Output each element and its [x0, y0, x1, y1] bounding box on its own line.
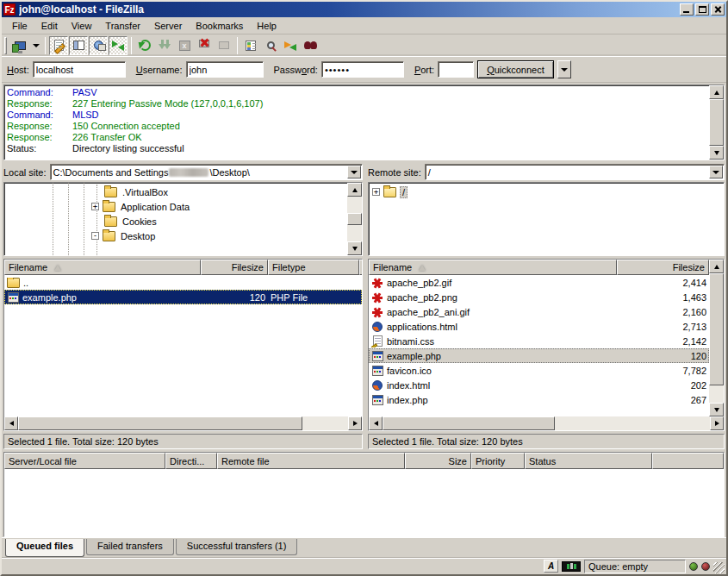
column-filename[interactable]: Filename	[369, 260, 617, 275]
column-filesize[interactable]: Filesize	[617, 260, 709, 275]
username-input[interactable]	[186, 61, 264, 78]
tree-item[interactable]: +Application Data	[4, 199, 347, 214]
scroll-thumb[interactable]	[18, 416, 302, 430]
log-scrollbar[interactable]	[709, 85, 724, 160]
table-row[interactable]: favicon.ico 7,782	[369, 363, 709, 378]
combo-dropdown-button[interactable]	[709, 166, 723, 178]
local-path-combobox[interactable]: C:\Documents and Settings\Desktop\	[50, 164, 363, 180]
scroll-thumb[interactable]	[383, 416, 555, 430]
menu-edit[interactable]: Edit	[34, 19, 65, 33]
scroll-right-button[interactable]	[710, 416, 724, 430]
scroll-down-button[interactable]	[347, 241, 362, 255]
filter-button[interactable]	[241, 36, 260, 55]
remote-tree-body[interactable]: + /	[369, 183, 724, 255]
menu-file[interactable]: File	[5, 19, 34, 33]
combo-dropdown-button[interactable]	[347, 166, 361, 178]
menu-server[interactable]: Server	[147, 19, 189, 33]
directory-comparison-button[interactable]	[261, 36, 280, 55]
column-remote-file[interactable]: Remote file	[217, 453, 405, 469]
local-tree-body[interactable]: .VirtualBox +Application Data Cookies -D…	[4, 183, 347, 255]
title-bar[interactable]: Fz john@localhost - FileZilla	[2, 2, 726, 17]
queue-body[interactable]	[4, 469, 724, 536]
column-priority[interactable]: Priority	[471, 453, 525, 469]
tree-item[interactable]: -Desktop	[4, 229, 347, 243]
scroll-up-button[interactable]	[709, 85, 724, 99]
table-row-selected-inactive[interactable]: example.php 120	[369, 348, 709, 363]
process-queue-button[interactable]	[155, 36, 174, 55]
collapse-icon[interactable]: -	[91, 232, 99, 240]
host-input[interactable]	[33, 61, 126, 78]
toolbar-grip[interactable]	[4, 37, 7, 54]
menu-help[interactable]: Help	[250, 19, 283, 33]
menu-view[interactable]: View	[65, 19, 99, 33]
tab-queued-files[interactable]: Queued files	[5, 539, 84, 557]
column-direction[interactable]: Directi...	[165, 453, 217, 469]
app-icon[interactable]: Fz	[3, 3, 16, 16]
remote-path-combobox[interactable]: /	[425, 164, 725, 180]
toggle-remote-tree-button[interactable]	[89, 36, 108, 55]
quickconnect-dropdown-button[interactable]	[557, 60, 571, 78]
table-row[interactable]: index.html 202	[369, 378, 709, 392]
column-size[interactable]: Size	[405, 453, 471, 469]
column-filetype[interactable]: Filetype	[268, 260, 359, 275]
site-manager-dropdown-button[interactable]	[30, 36, 41, 55]
disconnect-button[interactable]	[195, 36, 214, 55]
local-tree-scrollbar[interactable]	[347, 183, 362, 255]
local-list-body[interactable]: .. example.php 120 PHP File 1	[4, 275, 362, 416]
maximize-button[interactable]	[695, 3, 709, 16]
refresh-button[interactable]	[135, 36, 154, 55]
table-row[interactable]: applications.html 2,713	[369, 319, 709, 334]
menu-transfer[interactable]: Transfer	[98, 19, 147, 33]
close-button[interactable]	[711, 3, 725, 16]
tab-failed-transfers[interactable]: Failed transfers	[86, 539, 174, 555]
table-row[interactable]: apache_pb2.png 1,463	[369, 290, 709, 304]
table-row[interactable]: index.php 267	[369, 392, 709, 407]
expand-icon[interactable]: +	[91, 203, 99, 210]
remote-list-scrollbar[interactable]	[709, 260, 724, 416]
column-last-modified[interactable]: L	[359, 260, 362, 275]
toggle-message-log-button[interactable]	[49, 36, 68, 55]
column-status[interactable]: Status	[525, 453, 652, 469]
site-manager-button[interactable]	[10, 36, 29, 55]
resize-grip[interactable]	[713, 562, 725, 573]
ascii-data-type-icon[interactable]: A	[544, 560, 558, 573]
toggle-local-tree-button[interactable]	[69, 36, 88, 55]
menu-bookmarks[interactable]: Bookmarks	[189, 19, 250, 33]
tree-item[interactable]: Cookies	[4, 214, 347, 229]
table-row[interactable]: apache_pb2_ani.gif 2,160	[369, 304, 709, 319]
scroll-up-button[interactable]	[709, 260, 724, 273]
synchronized-browsing-button[interactable]	[281, 36, 300, 55]
tree-item[interactable]: + /	[369, 185, 724, 199]
tab-successful-transfers[interactable]: Successful transfers (1)	[176, 539, 298, 555]
remote-list-body[interactable]: apache_pb2.gif 2,414 apache_pb2.png 1,46…	[369, 275, 709, 416]
port-input[interactable]	[438, 61, 474, 78]
scroll-left-button[interactable]	[4, 416, 18, 430]
scroll-thumb[interactable]	[709, 99, 724, 146]
cancel-button[interactable]: x	[175, 36, 194, 55]
scroll-down-button[interactable]	[709, 403, 724, 416]
scroll-left-button[interactable]	[369, 416, 383, 430]
message-log-body[interactable]: Command:PASV Response:227 Entering Passi…	[4, 85, 709, 160]
column-server-local-file[interactable]: Server/Local file	[4, 453, 165, 469]
remote-list-hscrollbar[interactable]	[369, 416, 724, 430]
table-row[interactable]: apache_pb2.gif 2,414	[369, 275, 709, 290]
scroll-thumb[interactable]	[709, 273, 724, 385]
find-files-button[interactable]	[301, 36, 320, 55]
speed-limits-icon[interactable]	[562, 561, 581, 572]
toggle-transfer-queue-button[interactable]	[109, 36, 128, 55]
quickconnect-button[interactable]: Quickconnect	[477, 60, 554, 78]
scroll-right-button[interactable]	[348, 416, 362, 430]
password-input[interactable]	[321, 61, 404, 78]
expand-icon[interactable]: +	[372, 188, 380, 196]
tree-item[interactable]: .VirtualBox	[4, 185, 347, 199]
column-filesize[interactable]: Filesize	[201, 260, 268, 275]
local-list-hscrollbar[interactable]	[4, 416, 362, 430]
table-row[interactable]: bitnami.css 2,142	[369, 334, 709, 348]
table-row[interactable]: ..	[4, 275, 362, 290]
table-row-selected[interactable]: example.php 120 PHP File 1	[4, 290, 362, 304]
scroll-up-button[interactable]	[347, 183, 362, 197]
minimize-button[interactable]	[680, 3, 694, 16]
column-filename[interactable]: Filename	[4, 260, 201, 275]
scroll-thumb[interactable]	[347, 213, 362, 225]
scroll-down-button[interactable]	[709, 146, 724, 160]
